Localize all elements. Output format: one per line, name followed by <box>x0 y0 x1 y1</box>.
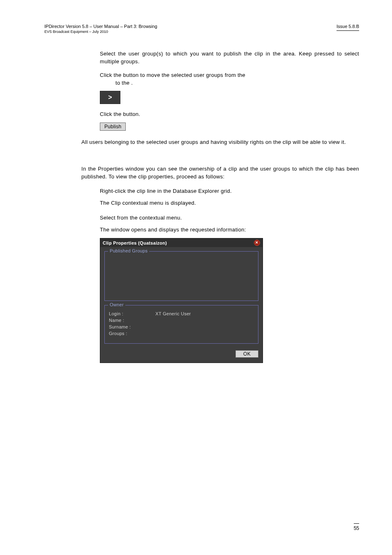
dialog-footer: OK <box>100 348 263 363</box>
owner-surname-label: Surname : <box>109 324 154 329</box>
step-text: Select the user group(s) to which you wa… <box>100 50 359 66</box>
owner-legend: Owner <box>108 302 125 307</box>
dialog-titlebar: Clip Properties (Quatsaizon) ✕ <box>100 238 263 247</box>
owner-login-label: Login : <box>109 311 154 316</box>
owner-name-label: Name : <box>109 318 154 323</box>
owner-groups-label: Groups : <box>109 331 154 336</box>
page-header: IPDirector Version 5.8 – User Manual – P… <box>44 24 359 34</box>
step-text-cont: to the . <box>115 79 359 87</box>
step-text: The window opens and displays the reques… <box>100 226 359 234</box>
content-area: Select the user group(s) to which you wa… <box>44 50 359 363</box>
page-number: 55 <box>354 523 359 531</box>
close-icon[interactable]: ✕ <box>254 240 260 246</box>
step-text: Right-click the clip line in the Databas… <box>100 187 359 195</box>
owner-box: Owner Login : XT Generic User Name : Sur… <box>104 305 258 344</box>
published-groups-box: Published Groups <box>104 251 258 301</box>
header-left-top: IPDirector Version 5.8 – User Manual – P… <box>44 24 157 29</box>
dialog-title-text: Clip Properties (Quatsaizon) <box>103 240 167 245</box>
clip-properties-dialog: Clip Properties (Quatsaizon) ✕ Published… <box>100 238 263 363</box>
body-paragraph: All users belonging to the selected user… <box>81 138 359 146</box>
body-paragraph: In the Properties window you can see the… <box>81 165 359 181</box>
header-right: Issue 5.8.B <box>337 24 359 31</box>
header-left-bottom: EVS Broadcast Equipment – July 2010 <box>44 30 157 34</box>
published-groups-legend: Published Groups <box>108 248 149 253</box>
owner-login-value: XT Generic User <box>155 311 191 316</box>
ok-button[interactable]: OK <box>235 350 258 358</box>
publish-button[interactable]: Publish <box>100 123 126 131</box>
step-text: The Clip contextual menu is displayed. <box>100 199 359 207</box>
move-right-button[interactable]: > <box>100 91 120 104</box>
header-left: IPDirector Version 5.8 – User Manual – P… <box>44 24 157 34</box>
step-text: Click the button to move the selected us… <box>100 72 359 79</box>
step-text: Select from the contextual menu. <box>100 214 359 222</box>
step-text: Click the button. <box>100 111 359 118</box>
